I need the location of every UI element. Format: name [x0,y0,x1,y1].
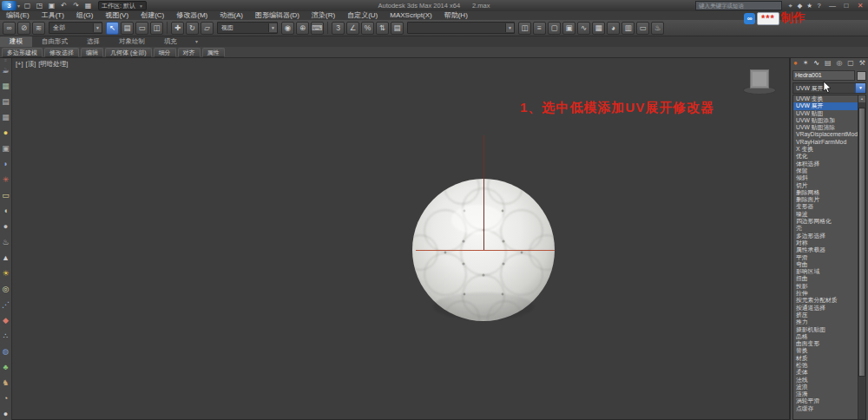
view-cube[interactable] [741,69,776,95]
scrollbar[interactable]: ▲ [858,95,865,419]
object-name-field[interactable]: Hedra001 [792,70,855,81]
motion-tab-icon[interactable]: ◎ [836,57,842,69]
select-and-link-icon[interactable]: ∞ [3,22,16,35]
modifier-list-item[interactable]: 噪波 [793,211,858,218]
sun-icon[interactable]: ☀ [1,266,11,281]
modifier-list-item[interactable]: 按元素分配材质 [793,297,858,304]
select-and-move-icon[interactable]: ✚ [171,22,184,35]
modifier-list-item[interactable]: 晶格 [793,333,858,340]
rain-lines-icon[interactable]: ⋰ [1,297,11,312]
modifier-list-item[interactable]: 删除网格 [793,189,858,196]
search-icon[interactable]: ⌖ [786,2,795,10]
sign-in-icon[interactable]: ◆ [795,2,805,10]
hierarchy-tab-icon[interactable]: ▤ [825,57,832,69]
modifier-list-item[interactable]: 松弛 [793,362,858,369]
ribbon-panel-button[interactable]: 编辑 [81,48,103,57]
modifier-list-item[interactable]: 倾斜 [793,174,858,181]
sphere-grey-icon[interactable]: ● [1,219,11,234]
scroll-up-icon[interactable]: ▲ [858,95,865,102]
list-panel-icon[interactable]: ▤ [1,94,11,109]
minimize-button[interactable]: — [827,2,838,10]
utilities-tab-icon[interactable]: ⚒ [859,57,865,69]
viewport-label-part[interactable]: [明暗处理] [38,60,68,69]
ribbon-panel-button[interactable]: 细分 [154,48,176,57]
modifier-list-item[interactable]: 变形器 [793,203,858,210]
workspace-selector[interactable]: 工作区: 默认 ▼ [98,1,147,10]
molecule-icon[interactable]: ∴ [1,328,11,344]
modifier-list-item[interactable]: 波浪 [793,384,858,390]
globe-icon[interactable]: ◍ [1,344,11,359]
modifier-list-item[interactable]: 体积选择 [793,161,858,167]
viewport-label-part[interactable]: [顶] [26,60,36,69]
rendered-frame-icon[interactable]: ▭ [636,22,649,35]
modifier-list-item[interactable]: 曲面变形 [793,340,858,347]
menu-item[interactable]: MAXScript(X) [384,11,437,20]
ribbon-tab[interactable]: 选择 [77,36,109,47]
display-tab-icon[interactable]: ▢ [847,57,854,69]
edit-named-sets-icon[interactable]: ▤ [391,22,404,35]
camera-icon[interactable]: ▣ [1,141,11,156]
modifier-list-item[interactable]: 影响区域 [793,268,858,275]
modifier-list-dropdown[interactable]: UVW 展开 ▼ [792,82,866,94]
menu-item[interactable]: 自定义(U) [341,11,384,20]
ribbon-tab[interactable]: 自由形式 [32,36,77,47]
modifier-list-item[interactable]: 四边形网格化 [793,218,858,225]
leaf-icon[interactable]: ♣ [1,359,11,375]
pin-dot-icon[interactable]: ● [793,57,798,69]
modifier-list-item[interactable]: VRayHairFarmMod [793,139,858,146]
modifier-list-item[interactable]: UVW 贴图清除 [793,124,858,131]
grid-object-icon[interactable]: ▦ [1,78,11,94]
modifier-list-item[interactable]: 法线 [793,377,858,384]
reference-coordinate-dropdown[interactable]: 视图 ▼ [217,22,278,34]
bind-to-space-warp-icon[interactable]: ≋ [32,22,45,35]
grid-array-icon[interactable]: ▦ [1,109,11,125]
menu-item[interactable]: 工具(T) [36,11,70,20]
selection-filter-dropdown[interactable]: 全部 ▼ [49,22,102,34]
layer-manager-icon[interactable]: ▢ [548,22,561,35]
redo-icon[interactable]: ↷ [71,2,81,10]
curve-editor-icon[interactable]: ∿ [577,22,590,35]
object-color-swatch[interactable] [857,71,866,81]
material-editor-icon[interactable]: ◕ [607,22,620,35]
schematic-view-icon[interactable]: ▦ [592,22,605,35]
menu-item[interactable]: 渲染(R) [306,11,341,20]
spinner-snap-icon[interactable]: ⇅ [376,22,389,35]
modifier-list-item[interactable]: 保留 [793,167,858,174]
modifier-list-item[interactable]: X 变换 [793,146,858,153]
select-object-icon[interactable]: ↖ [106,22,119,35]
select-by-name-icon[interactable]: ▤ [121,22,134,35]
scene-icon[interactable]: ▦ [83,2,93,10]
ribbon-panel-button[interactable]: 几何体 (全部) [105,48,152,57]
modifier-list-item[interactable]: 扭曲 [793,275,858,282]
menu-item[interactable]: 帮助(H) [438,11,474,20]
modifier-list-item[interactable]: 涡轮平滑 [793,397,858,404]
modifier-list-item[interactable] [793,412,858,419]
light-bulb-icon[interactable]: ● [1,125,11,141]
modifier-list-item[interactable]: 替换 [793,347,858,354]
plane-icon[interactable]: ▭ [1,187,11,203]
snap-toggle-3d-icon[interactable]: 3 [332,22,345,35]
save-file-icon[interactable]: ▣ [47,2,56,10]
modifier-list-item[interactable]: 推力 [793,318,858,325]
modifier-list-item[interactable]: 多边形选择 [793,233,858,240]
modifier-list-item[interactable]: 属性承载器 [793,246,858,253]
select-and-rotate-icon[interactable]: ↻ [186,22,199,35]
modifier-list-item[interactable]: 壳 [793,225,858,232]
select-and-manipulate-icon[interactable]: ⊕ [296,22,309,35]
modifier-list-item[interactable]: 平滑 [793,254,858,261]
favorites-icon[interactable]: ★ [805,2,814,10]
unlink-selection-icon[interactable]: ⊘ [17,22,30,35]
window-crossing-icon[interactable]: ◫ [150,22,163,35]
open-file-icon[interactable]: ◳ [35,2,44,10]
menu-item[interactable]: 创建(C) [135,11,170,20]
modifier-list-item[interactable]: 涟漪 [793,390,858,397]
named-selection-sets-dropdown[interactable]: ▼ [407,22,515,34]
modifier-list-item[interactable]: 弯曲 [793,261,858,268]
angle-snap-icon[interactable]: ∠ [346,22,359,35]
modifier-list-item[interactable]: UVW 贴图 [793,110,858,117]
scrollbar-thumb[interactable] [858,108,865,377]
render-production-icon[interactable]: ♨ [651,22,664,35]
viewport-label-part[interactable]: [+] [16,60,23,69]
modifier-list-item[interactable]: 挤压 [793,312,858,318]
modifier-list-item[interactable]: UVW 贴图添加 [793,117,858,124]
